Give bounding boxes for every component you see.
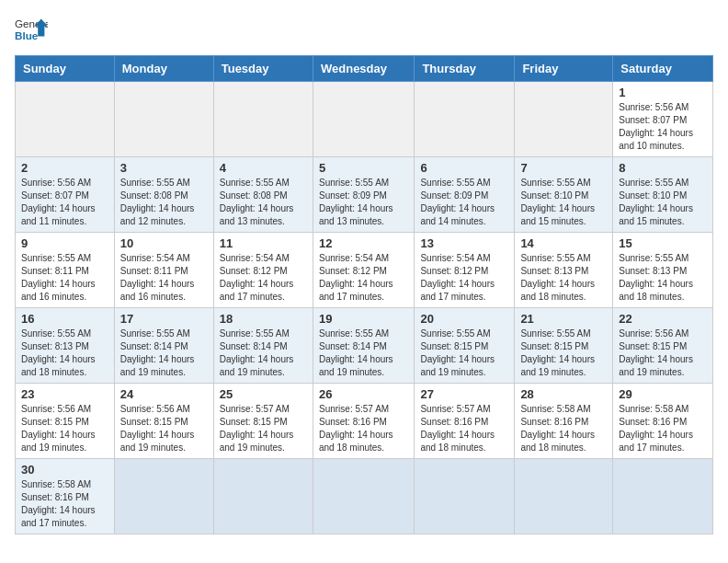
column-header-wednesday: Wednesday — [313, 56, 414, 82]
day-number: 16 — [21, 312, 108, 326]
calendar-week-row: 9Sunrise: 5:55 AM Sunset: 8:11 PM Daylig… — [16, 233, 713, 308]
calendar-day-cell — [515, 459, 613, 534]
calendar-day-cell — [213, 459, 313, 534]
calendar-day-cell: 3Sunrise: 5:55 AM Sunset: 8:08 PM Daylig… — [114, 157, 213, 233]
day-info: Sunrise: 5:56 AM Sunset: 8:15 PM Dayligh… — [120, 403, 208, 454]
calendar-day-cell: 20Sunrise: 5:55 AM Sunset: 8:15 PM Dayli… — [415, 308, 515, 384]
calendar-week-row: 1Sunrise: 5:56 AM Sunset: 8:07 PM Daylig… — [16, 82, 713, 157]
day-number: 9 — [21, 236, 108, 250]
day-number: 3 — [120, 161, 208, 175]
calendar-day-cell — [313, 82, 414, 157]
calendar-day-cell: 14Sunrise: 5:55 AM Sunset: 8:13 PM Dayli… — [515, 233, 613, 308]
calendar-day-cell: 18Sunrise: 5:55 AM Sunset: 8:14 PM Dayli… — [213, 308, 313, 384]
calendar-day-cell — [415, 459, 515, 534]
day-number: 28 — [520, 387, 607, 401]
calendar-header-row: SundayMondayTuesdayWednesdayThursdayFrid… — [16, 56, 713, 82]
calendar-day-cell: 29Sunrise: 5:58 AM Sunset: 8:16 PM Dayli… — [613, 384, 713, 459]
day-number: 1 — [619, 86, 707, 99]
day-info: Sunrise: 5:57 AM Sunset: 8:16 PM Dayligh… — [319, 403, 408, 454]
day-info: Sunrise: 5:55 AM Sunset: 8:08 PM Dayligh… — [220, 177, 307, 228]
day-info: Sunrise: 5:56 AM Sunset: 8:07 PM Dayligh… — [619, 101, 707, 153]
calendar-day-cell: 15Sunrise: 5:55 AM Sunset: 8:13 PM Dayli… — [613, 233, 713, 308]
day-info: Sunrise: 5:56 AM Sunset: 8:15 PM Dayligh… — [619, 327, 707, 379]
column-header-friday: Friday — [515, 56, 613, 82]
calendar-day-cell: 23Sunrise: 5:56 AM Sunset: 8:15 PM Dayli… — [16, 384, 115, 459]
calendar-week-row: 30Sunrise: 5:58 AM Sunset: 8:16 PM Dayli… — [16, 459, 713, 534]
calendar-day-cell: 25Sunrise: 5:57 AM Sunset: 8:15 PM Dayli… — [213, 384, 313, 459]
day-info: Sunrise: 5:58 AM Sunset: 8:16 PM Dayligh… — [520, 403, 607, 454]
day-info: Sunrise: 5:55 AM Sunset: 8:13 PM Dayligh… — [520, 252, 607, 304]
day-info: Sunrise: 5:58 AM Sunset: 8:16 PM Dayligh… — [619, 403, 707, 454]
day-number: 29 — [619, 387, 707, 401]
calendar-day-cell: 7Sunrise: 5:55 AM Sunset: 8:10 PM Daylig… — [515, 157, 613, 233]
calendar-day-cell — [16, 82, 115, 157]
day-info: Sunrise: 5:58 AM Sunset: 8:16 PM Dayligh… — [21, 478, 108, 530]
calendar-day-cell: 16Sunrise: 5:55 AM Sunset: 8:13 PM Dayli… — [16, 308, 115, 384]
day-number: 21 — [520, 312, 607, 326]
calendar-day-cell: 4Sunrise: 5:55 AM Sunset: 8:08 PM Daylig… — [213, 157, 313, 233]
calendar-day-cell: 24Sunrise: 5:56 AM Sunset: 8:15 PM Dayli… — [114, 384, 213, 459]
calendar-day-cell — [515, 82, 613, 157]
generalblue-logo-icon: General Blue — [15, 15, 48, 48]
day-info: Sunrise: 5:55 AM Sunset: 8:13 PM Dayligh… — [619, 252, 707, 304]
day-info: Sunrise: 5:55 AM Sunset: 8:15 PM Dayligh… — [420, 327, 508, 379]
page-header: General Blue — [15, 15, 713, 48]
calendar-day-cell: 2Sunrise: 5:56 AM Sunset: 8:07 PM Daylig… — [16, 157, 115, 233]
day-number: 2 — [21, 161, 108, 175]
calendar-day-cell: 30Sunrise: 5:58 AM Sunset: 8:16 PM Dayli… — [16, 459, 115, 534]
calendar-day-cell: 22Sunrise: 5:56 AM Sunset: 8:15 PM Dayli… — [613, 308, 713, 384]
day-info: Sunrise: 5:57 AM Sunset: 8:15 PM Dayligh… — [220, 403, 307, 454]
day-number: 26 — [319, 387, 408, 401]
calendar-day-cell: 6Sunrise: 5:55 AM Sunset: 8:09 PM Daylig… — [415, 157, 515, 233]
day-number: 14 — [520, 236, 607, 250]
day-number: 6 — [420, 161, 508, 175]
calendar-day-cell: 11Sunrise: 5:54 AM Sunset: 8:12 PM Dayli… — [213, 233, 313, 308]
day-number: 15 — [619, 236, 707, 250]
svg-text:Blue: Blue — [15, 29, 39, 41]
day-number: 19 — [319, 312, 408, 326]
calendar-day-cell: 19Sunrise: 5:55 AM Sunset: 8:14 PM Dayli… — [313, 308, 414, 384]
calendar-day-cell: 5Sunrise: 5:55 AM Sunset: 8:09 PM Daylig… — [313, 157, 414, 233]
day-number: 25 — [220, 387, 307, 401]
calendar-day-cell — [313, 459, 414, 534]
day-info: Sunrise: 5:55 AM Sunset: 8:14 PM Dayligh… — [220, 327, 307, 379]
calendar-day-cell: 10Sunrise: 5:54 AM Sunset: 8:11 PM Dayli… — [114, 233, 213, 308]
calendar-day-cell: 27Sunrise: 5:57 AM Sunset: 8:16 PM Dayli… — [415, 384, 515, 459]
day-info: Sunrise: 5:54 AM Sunset: 8:12 PM Dayligh… — [420, 252, 508, 304]
calendar-day-cell: 12Sunrise: 5:54 AM Sunset: 8:12 PM Dayli… — [313, 233, 414, 308]
day-info: Sunrise: 5:56 AM Sunset: 8:15 PM Dayligh… — [21, 403, 108, 454]
day-number: 11 — [220, 236, 307, 250]
column-header-monday: Monday — [114, 56, 213, 82]
day-info: Sunrise: 5:54 AM Sunset: 8:11 PM Dayligh… — [120, 252, 208, 304]
calendar-day-cell: 28Sunrise: 5:58 AM Sunset: 8:16 PM Dayli… — [515, 384, 613, 459]
day-info: Sunrise: 5:55 AM Sunset: 8:10 PM Dayligh… — [619, 177, 707, 228]
calendar-day-cell: 8Sunrise: 5:55 AM Sunset: 8:10 PM Daylig… — [613, 157, 713, 233]
column-header-saturday: Saturday — [613, 56, 713, 82]
calendar-day-cell — [114, 82, 213, 157]
calendar-table: SundayMondayTuesdayWednesdayThursdayFrid… — [15, 55, 713, 534]
calendar-day-cell: 26Sunrise: 5:57 AM Sunset: 8:16 PM Dayli… — [313, 384, 414, 459]
day-info: Sunrise: 5:55 AM Sunset: 8:09 PM Dayligh… — [420, 177, 508, 228]
day-info: Sunrise: 5:55 AM Sunset: 8:14 PM Dayligh… — [319, 327, 408, 379]
day-number: 17 — [120, 312, 208, 326]
day-info: Sunrise: 5:55 AM Sunset: 8:09 PM Dayligh… — [319, 177, 408, 228]
day-info: Sunrise: 5:54 AM Sunset: 8:12 PM Dayligh… — [220, 252, 307, 304]
day-number: 12 — [319, 236, 408, 250]
day-info: Sunrise: 5:55 AM Sunset: 8:13 PM Dayligh… — [21, 327, 108, 379]
calendar-day-cell — [213, 82, 313, 157]
day-number: 27 — [420, 387, 508, 401]
day-number: 13 — [420, 236, 508, 250]
calendar-day-cell — [415, 82, 515, 157]
day-info: Sunrise: 5:55 AM Sunset: 8:08 PM Dayligh… — [120, 177, 208, 228]
day-info: Sunrise: 5:56 AM Sunset: 8:07 PM Dayligh… — [21, 177, 108, 228]
day-number: 24 — [120, 387, 208, 401]
day-number: 23 — [21, 387, 108, 401]
day-info: Sunrise: 5:55 AM Sunset: 8:10 PM Dayligh… — [520, 177, 607, 228]
calendar-day-cell: 21Sunrise: 5:55 AM Sunset: 8:15 PM Dayli… — [515, 308, 613, 384]
day-number: 8 — [619, 161, 707, 175]
calendar-day-cell — [613, 459, 713, 534]
logo: General Blue — [15, 15, 48, 48]
day-info: Sunrise: 5:54 AM Sunset: 8:12 PM Dayligh… — [319, 252, 408, 304]
calendar-week-row: 16Sunrise: 5:55 AM Sunset: 8:13 PM Dayli… — [16, 308, 713, 384]
column-header-tuesday: Tuesday — [213, 56, 313, 82]
